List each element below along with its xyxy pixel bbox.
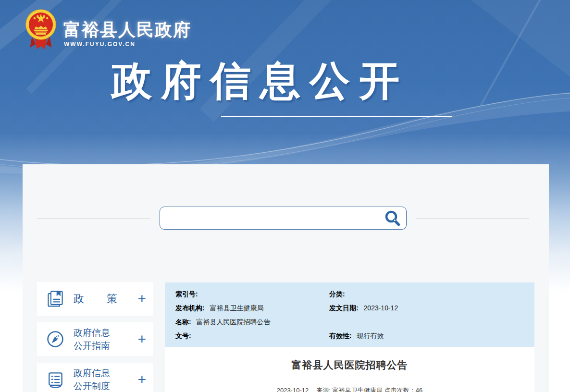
site-logo[interactable]: 富裕县人民政府 WWW.FUYU.GOV.CN <box>25 9 198 52</box>
sidebar-item-label: 政府信息 公开指南 <box>74 322 110 356</box>
publish-agency-label: 发布机构: <box>175 304 205 312</box>
sidebar-item-label: 政府信息 公开制度 <box>74 363 110 392</box>
article-date: 2023-10-12 <box>277 387 309 392</box>
expand-plus-icon[interactable]: + <box>137 292 146 306</box>
expand-plus-icon[interactable]: + <box>137 332 146 346</box>
meta-row-docnum-validity: 文号: 有效性: 现行有效 <box>165 329 534 343</box>
document-content: 索引号: 分类: 发布机构: 富裕县卫生健康局 发文日期: <box>165 282 534 392</box>
article-source-value: 富裕县卫生健康局 <box>333 387 383 392</box>
meta-row-index-category: 索引号: 分类: <box>165 287 534 301</box>
banner-title: 政府信息公开 <box>112 58 409 104</box>
book-icon <box>46 289 65 308</box>
article-hits-value: 46 <box>416 387 422 392</box>
meta-row-name: 名称: 富裕县人民医院招聘公告 <box>165 315 534 329</box>
national-emblem-icon <box>25 9 57 52</box>
site-name: 富裕县人民政府 <box>63 18 191 42</box>
publish-date-value: 2023-10-12 <box>364 304 398 312</box>
search-divider-right <box>416 218 529 219</box>
index-number-label: 索引号: <box>175 290 198 298</box>
site-url: WWW.FUYU.GOV.CN <box>64 41 136 48</box>
article-source-label: 来源: <box>316 387 331 392</box>
search-input[interactable] <box>165 209 376 227</box>
publish-date-label: 发文日期: <box>329 304 359 312</box>
validity-label: 有效性: <box>329 332 352 340</box>
doc-name-label: 名称: <box>175 318 191 326</box>
document-meta-table: 索引号: 分类: 发布机构: 富裕县卫生健康局 发文日期: <box>165 282 534 347</box>
sidebar-item-policy[interactable]: 政 策 + <box>37 282 153 316</box>
publish-agency-value: 富裕县卫生健康局 <box>210 304 264 312</box>
sidebar-item-gov-info-system[interactable]: 政府信息 公开制度 + <box>37 363 153 392</box>
search-icon <box>383 209 401 228</box>
search-box <box>160 207 407 230</box>
search-button[interactable] <box>383 209 401 228</box>
meta-row-agency-date: 发布机构: 富裕县卫生健康局 发文日期: 2023-10-12 <box>165 301 534 315</box>
list-icon <box>46 370 65 389</box>
doc-name-value: 富裕县人民医院招聘公告 <box>197 318 271 326</box>
doc-number-label: 文号: <box>175 332 191 340</box>
category-label: 分类: <box>329 290 345 298</box>
compass-icon <box>46 330 65 349</box>
page: 富裕县人民政府 WWW.FUYU.GOV.CN 政府信息公开 <box>0 0 570 392</box>
expand-plus-icon[interactable]: + <box>137 372 146 387</box>
banner-title-underline <box>221 116 452 117</box>
search-divider-left <box>37 218 150 219</box>
article-meta-line: 2023-10-12来源:富裕县卫生健康局点击次数：46 <box>165 386 534 392</box>
sidebar-item-label: 政 策 <box>74 282 118 316</box>
sidebar: 政 策 + 政府信息 公开指南 + <box>37 282 153 392</box>
validity-value: 现行有效 <box>357 332 384 340</box>
sidebar-item-gov-info-guide[interactable]: 政府信息 公开指南 + <box>37 322 153 356</box>
article-hits-label: 点击次数： <box>384 387 416 392</box>
main-content-card: 政 策 + 政府信息 公开指南 + <box>23 164 549 392</box>
article-title: 富裕县人民医院招聘公告 <box>165 358 534 372</box>
